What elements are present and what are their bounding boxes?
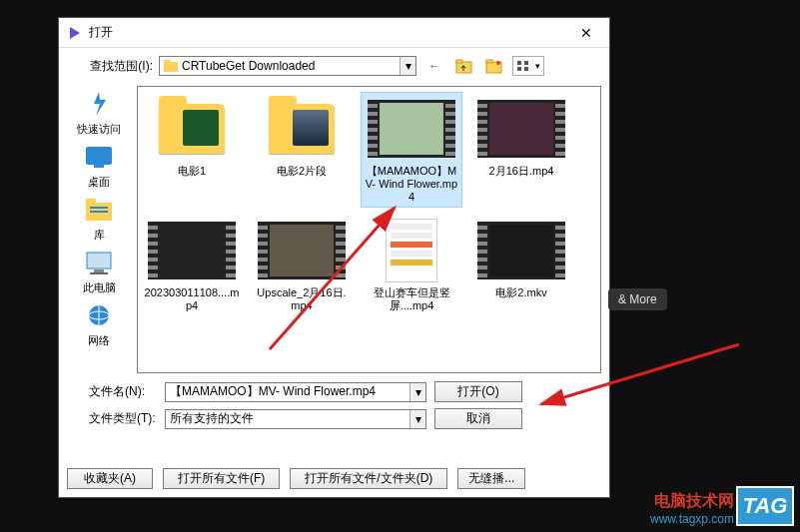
seamless-play-button[interactable]: 无缝播... [457, 468, 525, 489]
filetype-value: 所有支持的文件 [170, 410, 254, 427]
place-network[interactable]: 网络 [82, 299, 116, 348]
up-folder-button[interactable] [452, 56, 476, 76]
desktop-icon [82, 141, 116, 173]
watermark-badge: TAG [736, 486, 794, 526]
app-thumb [386, 219, 437, 282]
places-bar: 快速访问桌面库此电脑网络 [67, 86, 131, 373]
file-items: 电影1电影2片段【MAMAMOO】MV- Wind Flower.mp42月16… [142, 93, 596, 314]
file-item[interactable]: 【MAMAMOO】MV- Wind Flower.mp4 [362, 93, 461, 207]
folder-icon [159, 104, 225, 154]
lookup-label: 查找范围(I): [67, 58, 153, 75]
place-label: 桌面 [88, 175, 110, 190]
svg-rect-9 [524, 61, 528, 65]
svg-rect-17 [90, 211, 108, 213]
file-item[interactable]: 202303011108....mp4 [142, 215, 242, 314]
file-name: 电影1 [178, 165, 206, 178]
filetype-combo[interactable]: 所有支持的文件 ▾ [165, 409, 426, 429]
view-menu-button[interactable]: ▾ [512, 56, 544, 76]
open-all-folders-button[interactable]: 打开所有文件/文件夹(D) [290, 468, 447, 489]
watermark: 电脑技术网 www.tagxp.com TAG [650, 486, 794, 526]
lookup-dropdown-arrow[interactable]: ▾ [400, 57, 415, 75]
view-menu-arrow: ▾ [535, 61, 540, 71]
svg-rect-20 [90, 272, 108, 274]
svg-rect-16 [90, 207, 108, 209]
more-badge: & More [608, 288, 667, 310]
svg-rect-8 [517, 61, 521, 65]
video-thumb [477, 222, 565, 279]
svg-rect-13 [94, 165, 104, 168]
lookup-row: 查找范围(I): CRTubeGet Downloaded ▾ ← ▾ [67, 56, 601, 76]
lookup-value: CRTubeGet Downloaded [182, 59, 315, 73]
file-name: 2月16日.mp4 [489, 165, 554, 178]
dialog-body: 查找范围(I): CRTubeGet Downloaded ▾ ← ▾ 快速访 [59, 48, 609, 431]
svg-point-7 [496, 61, 500, 65]
content-area: 快速访问桌面库此电脑网络 电影1电影2片段【MAMAMOO】MV- Wind F… [67, 86, 601, 373]
svg-rect-11 [524, 67, 528, 71]
video-thumb [368, 100, 455, 158]
file-name: Upscale_2月16日.mp4 [254, 286, 350, 312]
footer-buttons: 收藏夹(A) 打开所有文件(F) 打开所有文件/文件夹(D) 无缝播... [67, 468, 601, 489]
place-quick[interactable]: 快速访问 [77, 88, 121, 137]
video-thumb [148, 222, 236, 279]
svg-rect-15 [86, 199, 96, 205]
folder-icon [164, 60, 178, 72]
app-icon [67, 25, 83, 41]
place-library[interactable]: 库 [82, 194, 116, 243]
quick-icon [82, 88, 116, 120]
back-button[interactable]: ← [422, 56, 446, 76]
network-icon [82, 299, 116, 331]
svg-rect-10 [517, 67, 521, 71]
video-thumb [258, 222, 346, 279]
place-label: 库 [94, 228, 105, 243]
open-button[interactable]: 打开(O) [434, 381, 522, 402]
filename-combo[interactable]: 【MAMAMOO】MV- Wind Flower.mp4 ▾ [165, 382, 426, 402]
file-name: 202303011108....mp4 [144, 286, 240, 312]
svg-rect-19 [94, 269, 104, 272]
file-name: 电影2片段 [277, 165, 327, 178]
file-item[interactable]: 电影2片段 [252, 93, 352, 207]
filetype-dropdown-arrow[interactable]: ▾ [409, 410, 425, 428]
filetype-label: 文件类型(T): [69, 410, 157, 427]
dialog-title: 打开 [89, 24, 567, 41]
svg-rect-12 [86, 147, 112, 165]
place-desktop[interactable]: 桌面 [82, 141, 116, 190]
file-item[interactable]: Upscale_2月16日.mp4 [252, 215, 352, 314]
file-name: 【MAMAMOO】MV- Wind Flower.mp4 [364, 165, 459, 205]
place-label: 此电脑 [83, 280, 116, 295]
titlebar: 打开 ✕ [59, 18, 609, 48]
bottom-controls: 文件名(N): 【MAMAMOO】MV- Wind Flower.mp4 ▾ 打… [67, 381, 601, 429]
place-label: 快速访问 [77, 122, 121, 137]
place-label: 网络 [88, 333, 110, 348]
svg-rect-2 [164, 60, 170, 64]
file-name: 登山赛车但是竖屏....mp4 [364, 286, 459, 312]
svg-rect-4 [456, 60, 462, 63]
new-folder-button[interactable] [482, 56, 506, 76]
file-name: 电影2.mkv [495, 286, 546, 299]
library-icon [82, 194, 116, 226]
file-item[interactable]: 登山赛车但是竖屏....mp4 [362, 215, 461, 314]
lookup-combo[interactable]: CRTubeGet Downloaded ▾ [159, 56, 416, 76]
watermark-text-1: 电脑技术网 [654, 491, 734, 512]
filename-label: 文件名(N): [69, 383, 157, 400]
svg-rect-18 [87, 253, 111, 268]
open-all-files-button[interactable]: 打开所有文件(F) [163, 468, 280, 489]
cancel-button[interactable]: 取消 [434, 408, 522, 429]
filename-value: 【MAMAMOO】MV- Wind Flower.mp4 [170, 383, 376, 400]
favorites-button[interactable]: 收藏夹(A) [67, 468, 153, 489]
svg-marker-0 [70, 27, 80, 39]
file-item[interactable]: 2月16日.mp4 [471, 93, 571, 207]
place-pc[interactable]: 此电脑 [82, 247, 116, 295]
svg-rect-6 [486, 60, 492, 63]
folder-icon [269, 104, 335, 154]
file-pane[interactable]: 电影1电影2片段【MAMAMOO】MV- Wind Flower.mp42月16… [137, 86, 601, 373]
pc-icon [82, 247, 116, 278]
video-thumb [477, 100, 565, 158]
filename-dropdown-arrow[interactable]: ▾ [409, 383, 425, 401]
file-item[interactable]: 电影1 [142, 93, 242, 207]
watermark-text-2: www.tagxp.com [650, 512, 734, 526]
close-button[interactable]: ✕ [567, 21, 605, 45]
file-item[interactable]: 电影2.mkv [471, 215, 571, 314]
open-file-dialog: 打开 ✕ 查找范围(I): CRTubeGet Downloaded ▾ ← ▾ [58, 17, 610, 498]
